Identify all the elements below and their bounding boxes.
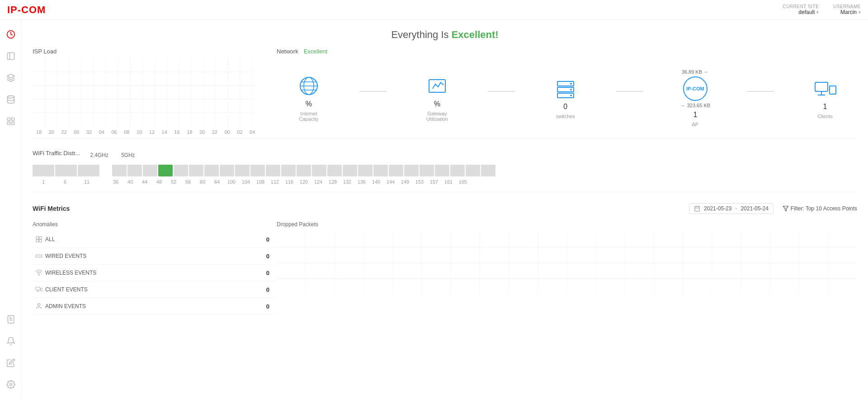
ch-label-116: 116: [282, 179, 297, 185]
gateway-value: %: [434, 100, 440, 108]
wifi-traffic-title: WiFi Traffic Distr...: [33, 150, 80, 157]
svg-rect-47: [815, 82, 828, 91]
wifi-traffic-header: WiFi Traffic Distr... 2.4GHz 5GHz: [33, 150, 857, 160]
dropped-packets-title: Dropped Packets: [277, 221, 857, 228]
switches-icon-box: [552, 77, 579, 100]
ch-seg-124: [327, 165, 342, 176]
ch-label-161: 161: [441, 179, 456, 185]
anomaly-row-wired: WIRED EVENTS 0: [33, 248, 277, 265]
anomaly-row-all: ALL 0: [33, 231, 277, 248]
ch-seg-128: [343, 165, 357, 176]
sidebar-bottom: [2, 310, 20, 394]
client-icon: [33, 286, 45, 293]
ap-traffic-out: → 323.65 KB: [680, 103, 710, 108]
connector-2: [488, 91, 515, 92]
divider-1: [33, 138, 857, 139]
svg-point-12: [9, 384, 12, 386]
internet-icon-box: [295, 75, 322, 97]
ap-value: 1: [693, 111, 697, 119]
all-icon: [33, 236, 45, 243]
anomalies-left: Anomalies ALL 0: [33, 221, 277, 315]
switches-label: switches: [556, 114, 575, 119]
ch-label-128: 128: [326, 179, 340, 185]
ch-label-52: 52: [166, 179, 181, 185]
ch-seg-112: [281, 165, 296, 176]
sidebar-item-bell[interactable]: [2, 332, 20, 350]
ch-seg-36: [112, 165, 127, 176]
ch-seg-64: [220, 165, 234, 176]
channel-labels: 1 6 11 36 40 44 48 52 56 60 64 100 104 1…: [33, 179, 857, 185]
isp-load-chart: [33, 58, 259, 128]
anomaly-admin-count: 0: [260, 303, 269, 310]
dropped-packets-section: Dropped Packets: [277, 221, 857, 315]
gateway-icon: [425, 76, 449, 96]
ch-seg-52: [174, 165, 188, 176]
ch-label-1: 1: [33, 179, 54, 185]
current-site-label: CURRENT SITE: [783, 4, 819, 9]
sidebar-item-settings[interactable]: [2, 375, 20, 394]
sidebar-item-list[interactable]: [2, 47, 20, 65]
svg-rect-60: [39, 240, 42, 242]
ch-label-6: 6: [54, 179, 76, 185]
sidebar-item-grid[interactable]: [2, 112, 20, 130]
ch-seg-100: [235, 165, 250, 176]
ch-seg-132: [358, 165, 373, 176]
ch-label-149: 149: [398, 179, 412, 185]
svg-point-3: [7, 96, 14, 98]
channel-bar: [33, 165, 857, 176]
ch-label-100: 100: [224, 179, 239, 185]
internet-capacity-label: InternetCapacity: [299, 111, 319, 122]
username-item[interactable]: USERNAME Marcin ▾: [833, 4, 861, 15]
current-site-item[interactable]: CURRENT SITE default ▾: [783, 4, 819, 15]
network-text: Network: [277, 48, 298, 55]
sidebar-item-database[interactable]: [2, 90, 20, 109]
clients-label: Clients: [817, 114, 833, 119]
ch-label-153: 153: [412, 179, 427, 185]
ch-seg-165: [481, 165, 495, 176]
ch-seg-108: [266, 165, 280, 176]
clients-icon-box: [811, 77, 839, 100]
date-filter[interactable]: 2021-05-23 - 2021-05-24: [689, 203, 774, 214]
ch-seg-149: [420, 165, 434, 176]
anomaly-row-wireless: WIRELESS EVENTS 0: [33, 265, 277, 281]
ch-label-112: 112: [268, 179, 282, 185]
filter-label[interactable]: Filter: Top 10 Access Points: [783, 205, 857, 212]
sidebar-item-layers[interactable]: [2, 69, 20, 87]
svg-point-45: [570, 89, 572, 90]
wired-icon: [33, 252, 45, 260]
svg-marker-2: [7, 74, 14, 78]
network-label-row: Network Excellent: [277, 48, 857, 55]
internet-icon: [297, 76, 321, 96]
ch-seg-157: [450, 165, 465, 176]
ch-spacer: [100, 165, 111, 176]
sidebar-item-edit[interactable]: [2, 354, 20, 372]
anomaly-wireless-name: WIRELESS EVENTS: [45, 270, 260, 276]
tab-2.4ghz[interactable]: 2.4GHz: [87, 151, 111, 159]
anomaly-row-admin: ADMIN EVENTS 0: [33, 298, 277, 315]
isp-load-title: ISP Load: [33, 48, 259, 55]
username-chevron: ▾: [859, 10, 861, 14]
date-separator: -: [735, 205, 737, 212]
svg-rect-0: [7, 53, 14, 60]
sidebar-item-dashboard[interactable]: [2, 25, 20, 43]
sidebar: [0, 20, 22, 399]
svg-point-46: [570, 95, 572, 96]
ch-label-40: 40: [123, 179, 137, 185]
ch-label-36: 36: [108, 179, 123, 185]
switches-icon: [554, 79, 577, 99]
anomaly-wired-name: WIRED EVENTS: [45, 253, 260, 259]
current-site-chevron: ▾: [816, 10, 819, 14]
ch-label-56: 56: [181, 179, 195, 185]
network-status: Excellent: [304, 48, 328, 55]
gateway-icon-box: [424, 75, 451, 97]
ch-label-104: 104: [239, 179, 253, 185]
headline: Everything Is Excellent!: [33, 20, 857, 48]
tab-5ghz[interactable]: 5GHz: [118, 151, 138, 159]
ch-label-120: 120: [297, 179, 311, 185]
sidebar-item-report[interactable]: [2, 310, 20, 328]
svg-rect-5: [11, 118, 14, 121]
ch-seg-40: [127, 165, 142, 176]
wireless-icon: [33, 269, 45, 276]
isp-load-section: ISP Load: [33, 48, 259, 135]
username-label: USERNAME: [833, 4, 861, 9]
